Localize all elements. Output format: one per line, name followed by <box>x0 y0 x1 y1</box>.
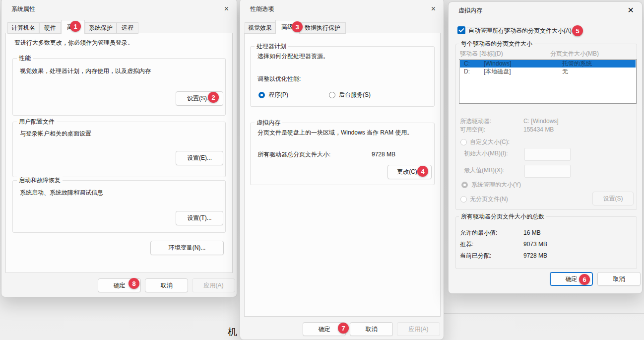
tab-computer-name[interactable]: 计算机名 <box>7 22 39 34</box>
user-profiles-desc: 与登录帐户相关的桌面设置 <box>20 130 91 137</box>
tab-visual-effects[interactable]: 视觉效果 <box>245 22 275 34</box>
annotation-badge-3: 3 <box>292 21 303 32</box>
virtual-memory-group: 虚拟内存 分页文件是硬盘上的一块区域，Windows 当作 RAM 使用。 所有… <box>250 123 435 185</box>
virtual-memory-desc: 分页文件是硬盘上的一块区域，Windows 当作 RAM 使用。 <box>258 129 413 136</box>
apply-button: 应用(A) <box>397 322 440 336</box>
apply-button: 应用(A) <box>192 278 235 292</box>
drive-letter: C: <box>464 60 470 68</box>
startup-recovery-desc: 系统启动、系统故障和调试信息 <box>20 189 103 197</box>
annotation-badge-4: 4 <box>417 166 428 177</box>
custom-size-radio-label: 自定义大小(C): <box>470 138 510 146</box>
free-space-value: 155434 MB <box>523 126 554 134</box>
free-space-label: 可用空间: <box>460 126 485 134</box>
drive-list: C: [Windows] 托管的系统 D: [本地磁盘] 无 <box>459 59 637 104</box>
tab-dep[interactable]: 数据执行保护 <box>299 22 346 34</box>
tab-system-protection[interactable]: 系统保护 <box>85 22 117 34</box>
performance-options-dialog: 性能选项 × 视觉效果 高级 数据执行保护 处理器计划 选择如何分配处理器资源。… <box>240 0 444 340</box>
initial-size-label: 初始大小(MB)(I): <box>464 150 508 157</box>
per-drive-paging-group-label: 每个驱动器的分页文件大小 <box>459 40 534 48</box>
programs-radio[interactable] <box>258 92 265 98</box>
totals-group-label: 所有驱动器分页文件大小的总数 <box>459 212 546 220</box>
selected-drive-label: 所选驱动器: <box>460 118 491 125</box>
annotation-badge-2: 2 <box>208 92 219 103</box>
set-button: 设置(S) <box>592 192 634 205</box>
minimum-value: 16 MB <box>523 229 541 237</box>
processor-scheduling-group: 处理器计划 选择如何分配处理器资源。 调整以优化性能: 程序(P) 后台服务(S… <box>250 46 435 107</box>
cancel-button[interactable]: 取消 <box>597 272 641 286</box>
tab-hardware[interactable]: 硬件 <box>39 22 61 34</box>
allocated-value: 9728 MB <box>523 252 547 260</box>
total-paging-label: 所有驱动器总分页文件大小: <box>258 151 330 158</box>
per-drive-paging-group: 每个驱动器的分页文件大小 驱动器 [卷标](D) 分页文件大小(MB) C: [… <box>455 44 637 210</box>
auto-manage-checkbox[interactable] <box>457 26 465 34</box>
drive-letter: D: <box>464 68 470 75</box>
cancel-button[interactable]: 取消 <box>145 278 188 292</box>
desktop-background: 机 系统属性 × 计算机名 硬件 高级 系统保护 远程 要进行大多数更改，你必须… <box>0 0 644 340</box>
initial-size-input <box>524 148 571 161</box>
totals-group: 所有驱动器分页文件大小的总数 允许的最小值: 16 MB 推荐: 9073 MB… <box>455 216 637 269</box>
virtual-memory-title: 虚拟内存 <box>458 6 482 15</box>
no-paging-radio <box>460 196 467 203</box>
close-icon[interactable]: ✕ <box>628 6 634 14</box>
processor-scheduling-desc: 选择如何分配处理器资源。 <box>258 53 329 60</box>
size-column-header: 分页文件大小(MB) <box>550 50 599 58</box>
annotation-badge-8: 8 <box>129 278 139 289</box>
virtual-memory-titlebar: 虚拟内存 ✕ <box>449 2 642 19</box>
tab-remote[interactable]: 远程 <box>117 22 138 34</box>
no-paging-radio-label: 无分页文件(N) <box>470 196 508 203</box>
drive-row-c: C: [Windows] 托管的系统 <box>460 60 636 68</box>
startup-recovery-group: 启动和故障恢复 系统启动、系统故障和调试信息 设置(T)... <box>12 180 226 233</box>
performance-group-label: 性能 <box>17 54 33 62</box>
performance-options-titlebar: 性能选项 × <box>240 0 444 17</box>
minimum-label: 允许的最小值: <box>460 229 497 237</box>
virtual-memory-dialog: 虚拟内存 ✕ 自动管理所有驱动器的分页文件大小(A) 每个驱动器的分页文件大小 … <box>448 1 643 294</box>
startup-recovery-settings-button[interactable]: 设置(T)... <box>176 211 223 225</box>
virtual-memory-group-label: 虚拟内存 <box>255 119 282 127</box>
drive-paging-size: 无 <box>562 68 568 75</box>
annotation-badge-5: 5 <box>572 25 583 36</box>
user-profiles-group-label: 用户配置文件 <box>17 118 57 126</box>
max-size-input <box>524 165 571 178</box>
environment-variables-button[interactable]: 环境变量(N)... <box>150 241 224 255</box>
system-managed-radio-label: 系统管理的大小(Y) <box>471 181 521 189</box>
startup-recovery-group-label: 启动和故障恢复 <box>17 176 63 184</box>
drive-paging-size: 托管的系统 <box>562 60 592 68</box>
performance-group: 性能 视觉效果，处理器计划，内存使用，以及虚拟内存 设置(S)... <box>12 58 226 116</box>
cancel-button[interactable]: 取消 <box>350 322 393 336</box>
performance-options-title: 性能选项 <box>250 5 274 13</box>
custom-size-radio <box>460 139 467 145</box>
system-properties-dialog: 系统属性 × 计算机名 硬件 高级 系统保护 远程 要进行大多数更改，你必须作为… <box>1 0 237 297</box>
performance-desc: 视觉效果，处理器计划，内存使用，以及虚拟内存 <box>20 68 151 75</box>
recommended-label: 推荐: <box>460 241 473 248</box>
drive-volume: [Windows] <box>484 60 511 68</box>
annotation-badge-7: 7 <box>338 323 349 334</box>
system-managed-radio <box>461 182 468 188</box>
programs-radio-label[interactable]: 程序(P) <box>268 91 288 99</box>
adjust-label: 调整以优化性能: <box>258 75 301 83</box>
user-profiles-group: 用户配置文件 与登录帐户相关的桌面设置 设置(E)... <box>12 122 226 177</box>
system-properties-titlebar: 系统属性 × <box>1 0 237 17</box>
system-properties-title: 系统属性 <box>11 5 35 13</box>
max-size-label: 最大值(MB)(X): <box>464 167 504 174</box>
background-services-radio-label[interactable]: 后台服务(S) <box>339 91 371 99</box>
drive-column-header: 驱动器 [卷标](D) <box>460 50 503 58</box>
close-icon[interactable]: × <box>224 5 229 13</box>
background-partial-text: 机 <box>228 326 237 339</box>
user-profiles-settings-button[interactable]: 设置(E)... <box>176 151 223 165</box>
allocated-label: 当前已分配: <box>460 252 491 260</box>
annotation-badge-6: 6 <box>579 274 590 285</box>
auto-manage-checkbox-label[interactable]: 自动管理所有驱动器的分页文件大小(A) <box>467 27 573 35</box>
drive-row-d: D: [本地磁盘] 无 <box>460 68 636 75</box>
selected-drive-value: C: [Windows] <box>523 118 559 125</box>
annotation-badge-1: 1 <box>70 21 81 32</box>
background-services-radio[interactable] <box>329 92 335 98</box>
processor-scheduling-group-label: 处理器计划 <box>255 42 288 50</box>
recommended-value: 9073 MB <box>523 241 547 248</box>
close-icon[interactable]: × <box>431 5 436 13</box>
background-window-edge <box>443 313 644 314</box>
total-paging-value: 9728 MB <box>372 151 395 158</box>
admin-note: 要进行大多数更改，你必须作为管理员登录。 <box>14 39 133 47</box>
drive-volume: [本地磁盘] <box>484 68 511 75</box>
